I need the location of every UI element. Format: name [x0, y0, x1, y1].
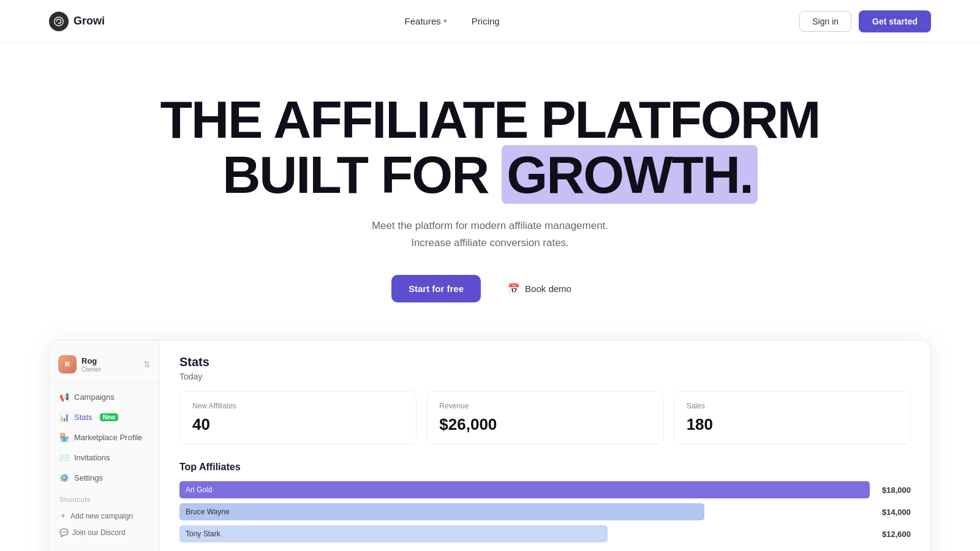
main-panel: Stats Today New Affiliates 40 Revenue $2… — [160, 340, 930, 551]
stat-label-1: Revenue — [439, 402, 650, 410]
book-demo-button[interactable]: 📅 Book demo — [491, 274, 589, 303]
top-affiliates-section: Top Affiliates Ari Gold $18,000 Bruce Wa — [179, 462, 911, 542]
stat-value-1: $26,000 — [439, 415, 650, 434]
calendar-icon: 📅 — [508, 283, 520, 294]
sidebar-item-stats[interactable]: 📊 Stats New — [55, 408, 154, 427]
logo[interactable]: Growi — [49, 12, 105, 31]
sidebar-label-invitations: Invitations — [74, 453, 110, 462]
stat-label-2: Sales — [687, 402, 898, 410]
user-role: Owner — [81, 365, 101, 373]
avatar: R — [58, 355, 77, 373]
discord-icon: 💬 — [59, 528, 69, 537]
stats-icon: 📊 — [59, 413, 69, 422]
new-badge: New — [100, 413, 119, 421]
top-affiliates-title: Top Affiliates — [179, 462, 911, 473]
sidebar-item-invitations[interactable]: ✉️ Invitations — [55, 448, 154, 467]
svg-point-1 — [58, 23, 59, 24]
sidebar-item-settings[interactable]: ⚙️ Settings — [55, 468, 154, 487]
sidebar: R Rog Owner ⇅ 📢 Campaigns 📊 Stats New — [50, 340, 160, 551]
affiliate-row-1: Bruce Wayne $14,000 — [179, 503, 911, 520]
logo-text: Growi — [74, 15, 105, 28]
affiliate-row-2: Tony Stark $12,600 — [179, 525, 911, 542]
bar-amount-2: $12,600 — [882, 530, 911, 539]
today-label: Today — [179, 372, 911, 381]
sidebar-item-marketplace[interactable]: 🏪 Marketplace Profile — [55, 428, 154, 447]
sidebar-user: R Rog Owner ⇅ — [50, 350, 159, 383]
hero-section: THE AFFILIATE PLATFORM BUILT FOR GROWTH.… — [0, 43, 980, 340]
sidebar-label-settings: Settings — [74, 473, 103, 482]
sidebar-nav: 📢 Campaigns 📊 Stats New 🏪 Marketplace Pr… — [50, 388, 159, 487]
nav-pricing[interactable]: Pricing — [472, 16, 500, 26]
sidebar-item-campaigns[interactable]: 📢 Campaigns — [55, 388, 154, 407]
nav-actions: Sign in Get started — [799, 10, 931, 32]
bar-amount-0: $18,000 — [882, 485, 911, 495]
hero-highlight: GROWTH. — [502, 145, 758, 204]
bar-fill-0: Ari Gold — [179, 481, 870, 498]
svg-point-0 — [55, 17, 63, 25]
stat-card-affiliates: New Affiliates 40 — [179, 391, 417, 444]
hero-subtitle: Meet the platform for modern affiliate m… — [24, 217, 956, 253]
sidebar-label-marketplace: Marketplace Profile — [74, 433, 142, 442]
stat-value-0: 40 — [192, 415, 404, 434]
hero-actions: Start for free 📅 Book demo — [24, 274, 956, 303]
stat-cards: New Affiliates 40 Revenue $26,000 Sales … — [179, 391, 911, 444]
signin-button[interactable]: Sign in — [799, 11, 851, 32]
start-for-free-button[interactable]: Start for free — [391, 275, 481, 302]
page-title: Stats — [179, 355, 911, 369]
navbar: Growi Features ▾ Pricing Sign in Get sta… — [0, 0, 980, 43]
sidebar-label-stats: Stats — [74, 413, 92, 422]
invitations-icon: ✉️ — [59, 453, 69, 462]
nav-features[interactable]: Features ▾ — [405, 16, 447, 26]
stat-card-sales: Sales 180 — [674, 391, 911, 444]
getstarted-button[interactable]: Get started — [859, 10, 931, 32]
chevron-down-icon: ▾ — [443, 17, 447, 25]
nav-center: Features ▾ Pricing — [405, 16, 500, 26]
bar-amount-1: $14,000 — [882, 508, 911, 517]
hero-title: THE AFFILIATE PLATFORM BUILT FOR GROWTH. — [24, 92, 956, 203]
plus-icon: ＋ — [59, 511, 67, 521]
stat-label-0: New Affiliates — [192, 402, 404, 410]
logo-icon — [49, 12, 69, 31]
campaigns-icon: 📢 — [59, 392, 69, 402]
shortcut-add-campaign[interactable]: ＋ Add new campaign — [50, 507, 159, 525]
bar-fill-2: Tony Stark — [179, 525, 608, 542]
dashboard-preview: R Rog Owner ⇅ 📢 Campaigns 📊 Stats New — [49, 340, 931, 551]
chevron-updown-icon: ⇅ — [143, 359, 151, 369]
sidebar-label-campaigns: Campaigns — [74, 392, 115, 402]
stat-value-2: 180 — [687, 415, 898, 434]
shortcuts-label: Shortcuts — [50, 489, 159, 507]
bar-fill-1: Bruce Wayne — [179, 503, 704, 520]
marketplace-icon: 🏪 — [59, 433, 69, 442]
shortcut-discord[interactable]: 💬 Join our Discord — [50, 525, 159, 541]
affiliate-row-0: Ari Gold $18,000 — [179, 481, 911, 498]
stat-card-revenue: Revenue $26,000 — [426, 391, 663, 444]
settings-icon: ⚙️ — [59, 473, 69, 482]
user-name: Rog — [81, 356, 101, 365]
